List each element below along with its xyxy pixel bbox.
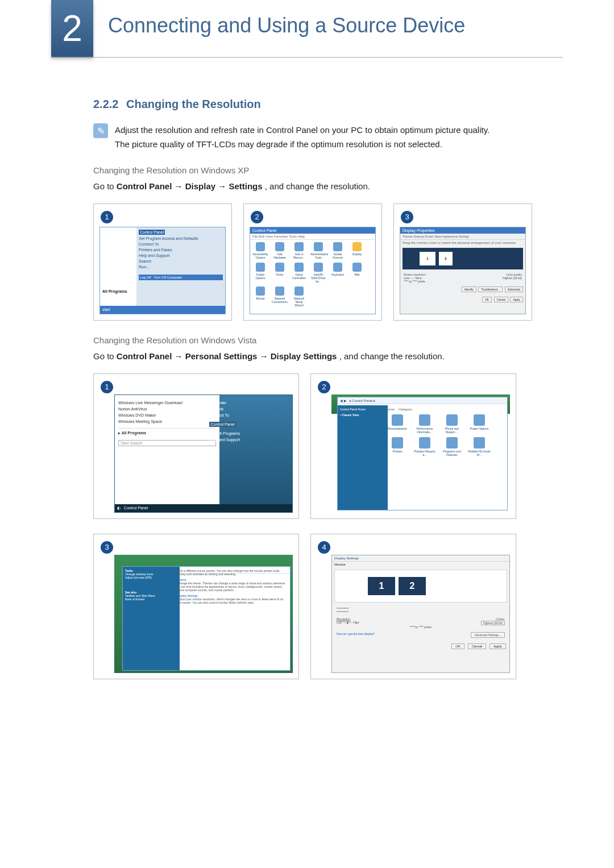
note-icon: ✎ (93, 123, 108, 138)
all-programs: All Programs (102, 289, 127, 293)
step-badge-1: 1 (101, 381, 113, 393)
vista-subhead: Changing the Resolution on Windows Vista (93, 335, 563, 345)
vista-shot-2: 2 ◀ ▶ ▸ Control Panel ▸ Control Panel Ho… (310, 373, 516, 519)
page: 2 Connecting and Using a Source Device 2… (0, 0, 614, 868)
xp-path-text: Go to Control Panel → Display → Settings… (93, 180, 563, 193)
step-badge-4: 4 (318, 541, 330, 554)
step-badge-1: 1 (101, 211, 113, 223)
xp-subhead: Changing the Resolution on Windows XP (93, 165, 563, 175)
note-line-1: Adjust the resolution and refresh rate i… (115, 125, 489, 135)
vista-path-text: Go to Control Panel → Personal Settings … (93, 350, 563, 363)
xp-control-panel: Control Panel File Edit View Favorites T… (250, 227, 376, 314)
step-badge-2: 2 (251, 211, 263, 223)
section-heading: 2.2.2 Changing the Resolution (93, 98, 563, 111)
vista-display-settings: Display Settings Monitor 1 2 ***********… (331, 555, 510, 673)
section-title: Changing the Resolution (126, 98, 261, 110)
vista-shot-3: 3 ◀ ▶ ▸ Personalization Tasks Change des… (93, 534, 299, 679)
xp-shot-3: 3 Display Properties Themes Desktop Scre… (393, 203, 532, 321)
control-panel-title: Control Panel (250, 227, 375, 234)
chapter-title: Connecting and Using a Source Device (108, 14, 465, 38)
vista-screenshots-row1: 1 Windows Live Messenger Download Norton… (93, 373, 563, 519)
content: 2.2.2 Changing the Resolution ✎ Adjust t… (0, 58, 614, 679)
step-badge-3: 3 (101, 541, 113, 554)
xp-display-properties: Display Properties Themes Desktop Screen… (400, 227, 526, 314)
section-number: 2.2.2 (93, 98, 118, 110)
xp-shot-1: 1 All Programs Control Panel Set Program… (93, 203, 232, 321)
vista-control-panel: ◀ ▶ ▸ Control Panel ▸ Control Panel Home… (331, 394, 510, 513)
xp-start-menu: All Programs Control Panel Set Program A… (99, 227, 226, 314)
chapter-header: 2 Connecting and Using a Source Device (51, 0, 563, 58)
vista-shot-1: 1 Windows Live Messenger Download Norton… (93, 373, 299, 519)
xp-screenshots: 1 All Programs Control Panel Set Program… (93, 203, 563, 321)
taskbar: start (100, 306, 225, 314)
search-input: Start Search (118, 440, 216, 446)
chapter-number: 2 (51, 0, 93, 57)
vista-personalization: ◀ ▶ ▸ Personalization Tasks Change deskt… (114, 555, 293, 673)
note: ✎ Adjust the resolution and refresh rate… (93, 123, 563, 152)
step-badge-2: 2 (318, 381, 330, 393)
menu-item-control-panel: Control Panel (139, 230, 165, 235)
vista-shot-4: 4 Display Settings Monitor 1 2 *********… (310, 534, 516, 679)
xp-shot-2: 2 Control Panel File Edit View Favorites… (243, 203, 382, 321)
step-badge-3: 3 (401, 211, 413, 223)
vista-start-menu: Windows Live Messenger Download Norton A… (114, 394, 293, 513)
note-line-2: The picture quality of TFT-LCDs may degr… (115, 139, 442, 149)
vista-screenshots-row2: 3 ◀ ▶ ▸ Personalization Tasks Change des… (93, 534, 563, 679)
note-text: Adjust the resolution and refresh rate i… (115, 123, 563, 152)
